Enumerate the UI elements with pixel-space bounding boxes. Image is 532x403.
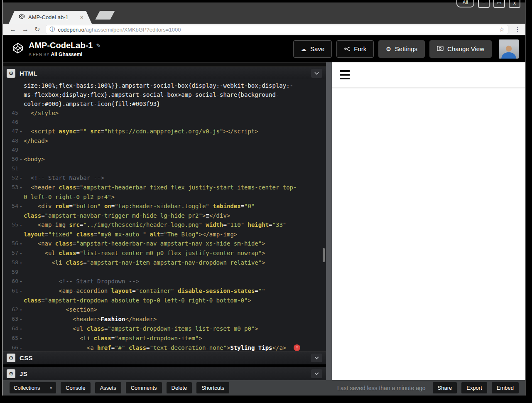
code-line[interactable]: 66▾ <a href="#" class="text-decoration-n… bbox=[3, 343, 326, 351]
code-line[interactable]: 50▾<body> bbox=[3, 155, 326, 164]
code-line[interactable]: 47▾ <script async="" src="https://cdn.am… bbox=[3, 127, 326, 136]
codepen-header: AMP-CodeLab-1 ✎ A PEN BYAli Ghassemi ☁ S… bbox=[3, 35, 525, 62]
bottom-bar: Collections▾ Console Assets Comments Del… bbox=[3, 380, 525, 396]
code-line[interactable]: 58▾ <li class="ampstart-nav-item ampstar… bbox=[3, 258, 326, 268]
last-saved-status: Last saved less than a minute ago bbox=[337, 385, 425, 391]
cloud-icon: ☁ bbox=[301, 46, 306, 52]
error-icon[interactable]: ! bbox=[294, 344, 300, 351]
css-panel-label: CSS bbox=[20, 354, 33, 361]
preview-pane bbox=[332, 62, 525, 380]
maximize-button[interactable]: ▭ bbox=[493, 0, 505, 8]
delete-button[interactable]: Delete bbox=[167, 382, 192, 393]
code-line[interactable]: 59 bbox=[3, 268, 326, 277]
fork-button[interactable]: Fork bbox=[336, 40, 374, 58]
code-line[interactable]: 51 bbox=[3, 164, 326, 173]
css-collapse-button[interactable] bbox=[311, 354, 322, 362]
code-line[interactable]: class="ampstart-dropdown absolute top-0 … bbox=[3, 296, 326, 305]
url-host: codepen.io bbox=[58, 27, 84, 33]
pen-title: AMP-CodeLab-1 bbox=[29, 41, 93, 50]
js-panel-header[interactable]: ⚙ JS bbox=[3, 367, 326, 380]
edit-title-pencil-icon[interactable]: ✎ bbox=[96, 42, 101, 49]
js-collapse-button[interactable] bbox=[311, 369, 322, 378]
browser-window: Ali – ▭ x AMP-CodeLab-1 × ← → ↻ ⓘ codepe… bbox=[2, 0, 526, 396]
gear-icon: ⚙ bbox=[386, 46, 391, 52]
code-line[interactable]: 57▾ <ul class="list-reset center m0 p0 f… bbox=[3, 248, 326, 258]
code-line[interactable]: layout="fixed" class="my0 mx-auto " alt=… bbox=[3, 230, 326, 239]
code-line[interactable]: 56▾ <nav class="ampstart-headerbar-nav a… bbox=[3, 239, 326, 248]
codepen-logo-icon[interactable] bbox=[12, 42, 24, 56]
code-line[interactable]: 46 bbox=[3, 118, 326, 127]
code-line[interactable]: 62▾ <section> bbox=[3, 305, 326, 315]
browser-menu-icon[interactable]: ⋮ bbox=[514, 25, 521, 33]
back-icon[interactable]: ← bbox=[10, 26, 16, 33]
code-line[interactable]: 52▾ <!-- Start Navbar --> bbox=[3, 173, 326, 183]
html-code-editor[interactable]: size:100%;flex-basis:100%}}.ampstart-soc… bbox=[3, 79, 326, 351]
code-line[interactable]: 48</head> bbox=[3, 136, 326, 145]
collections-dropdown[interactable]: Collections▾ bbox=[10, 382, 56, 393]
embed-button[interactable]: Embed bbox=[492, 382, 519, 393]
browser-toolbar: ← → ↻ ⓘ codepen.io/aghassemi/pen/XMKbGP?… bbox=[3, 24, 525, 35]
console-button[interactable]: Console bbox=[61, 382, 91, 393]
chevron-down-icon: ▾ bbox=[50, 386, 52, 390]
split-drag-handle[interactable] bbox=[326, 62, 332, 380]
browser-titlebar: Ali – ▭ x AMP-CodeLab-1 × bbox=[3, 0, 525, 24]
html-gear-icon[interactable]: ⚙ bbox=[7, 69, 15, 78]
minimize-button[interactable]: – bbox=[478, 0, 490, 8]
code-line[interactable]: 64▾ <ul class="ampstart-dropdown-items l… bbox=[3, 324, 326, 334]
tab-close-icon[interactable]: × bbox=[80, 14, 83, 21]
change-view-button[interactable]: Change View bbox=[429, 40, 492, 58]
tab-title: AMP-CodeLab-1 bbox=[28, 14, 77, 20]
code-line[interactable]: color:#000}.ampstart-icon{fill:#003f93} bbox=[3, 99, 326, 108]
editor-column: ⚙ HTML size:100%;flex-basis:100%}}.ampst… bbox=[3, 62, 326, 380]
css-gear-icon[interactable]: ⚙ bbox=[7, 354, 15, 362]
code-rows: size:100%;flex-basis:100%}}.ampstart-soc… bbox=[3, 81, 326, 351]
html-panel-header[interactable]: ⚙ HTML bbox=[3, 66, 326, 79]
share-button[interactable]: Share bbox=[433, 382, 457, 393]
js-panel-label: JS bbox=[20, 370, 27, 377]
user-avatar[interactable] bbox=[499, 39, 519, 59]
preview-page-header bbox=[332, 62, 525, 88]
code-line[interactable]: 60▾ <!-- Start Dropdown --> bbox=[3, 277, 326, 286]
code-line[interactable]: 53▾ <header class="ampstart-headerbar fi… bbox=[3, 183, 326, 192]
export-button[interactable]: Export bbox=[461, 382, 487, 393]
assets-button[interactable]: Assets bbox=[95, 382, 121, 393]
view-icon bbox=[437, 46, 444, 52]
code-line[interactable]: 61▾ <amp-accordion layout="container" di… bbox=[3, 286, 326, 296]
js-gear-icon[interactable]: ⚙ bbox=[7, 369, 15, 378]
code-line[interactable]: 49 bbox=[3, 145, 326, 155]
profile-button[interactable]: Ali bbox=[456, 0, 474, 7]
preview-page-body bbox=[332, 88, 525, 380]
code-line[interactable]: 55▾ <amp-img src="../img/thescenic/heade… bbox=[3, 220, 326, 230]
forward-icon[interactable]: → bbox=[22, 26, 29, 33]
hamburger-menu-icon[interactable] bbox=[340, 70, 350, 79]
save-button[interactable]: ☁ Save bbox=[293, 40, 332, 58]
code-line[interactable]: 65▾ <li class="ampstart-dropdown-item"> bbox=[3, 334, 326, 343]
html-collapse-button[interactable] bbox=[311, 69, 322, 78]
info-icon[interactable]: ⓘ bbox=[49, 27, 55, 32]
pen-by-label: A PEN BY bbox=[29, 52, 49, 57]
settings-button[interactable]: ⚙ Settings bbox=[378, 40, 425, 58]
new-tab-button[interactable] bbox=[95, 11, 115, 20]
html-panel-label: HTML bbox=[20, 70, 37, 77]
reload-icon[interactable]: ↻ bbox=[34, 26, 40, 33]
shortcuts-button[interactable]: Shortcuts bbox=[196, 382, 229, 393]
fork-icon bbox=[344, 46, 350, 52]
browser-tab[interactable]: AMP-CodeLab-1 × bbox=[9, 11, 92, 24]
code-line[interactable]: 54▾ <div role="button" on="tap:header-si… bbox=[3, 202, 326, 211]
code-line[interactable]: class="ampstart-navbar-trigger md-hide l… bbox=[3, 211, 326, 220]
code-line[interactable]: 63▾ <header>Fashion</header> bbox=[3, 315, 326, 324]
code-line[interactable]: 0 left-0 right-0 pl2 pr4"> bbox=[3, 192, 326, 202]
css-panel-header[interactable]: ⚙ CSS bbox=[3, 351, 326, 364]
editor-scrollbar[interactable] bbox=[323, 248, 325, 262]
code-line[interactable]: size:100%;flex-basis:100%}}.ampstart-soc… bbox=[3, 81, 326, 90]
close-window-button[interactable]: x bbox=[509, 0, 520, 8]
code-line[interactable]: ms-flexbox;display:flex}.ampstart-social… bbox=[3, 90, 326, 99]
url-input[interactable]: ⓘ codepen.io/aghassemi/pen/XMKbGP?editor… bbox=[46, 25, 508, 34]
bookmark-star-icon[interactable]: ☆ bbox=[499, 26, 505, 33]
author-link[interactable]: Ali Ghassemi bbox=[51, 52, 82, 57]
code-line[interactable]: 45 </style> bbox=[3, 108, 326, 118]
comments-button[interactable]: Comments bbox=[126, 382, 162, 393]
url-path: /aghassemi/pen/XMKbGP?editors=1000 bbox=[84, 27, 181, 33]
codepen-favicon-icon bbox=[19, 13, 25, 21]
